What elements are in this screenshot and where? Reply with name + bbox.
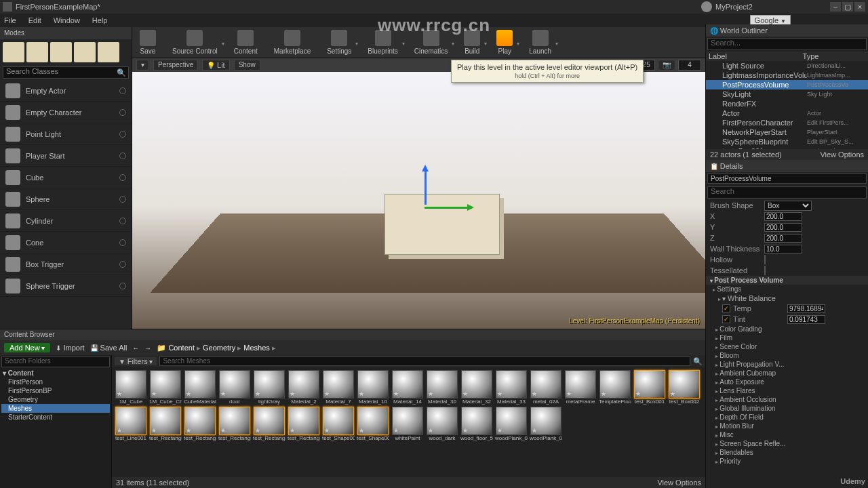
foliage-mode-icon[interactable]	[74, 42, 96, 62]
show-button[interactable]: Show	[234, 60, 260, 70]
y-field[interactable]	[764, 223, 802, 232]
outliner-row[interactable]: RenderFX	[706, 99, 868, 108]
tree-search[interactable]: Search Folders	[1, 357, 110, 367]
nav-fwd[interactable]: →	[144, 344, 151, 352]
modes-search[interactable]: Search Classes🔍	[3, 66, 129, 79]
menu-window[interactable]: Window	[54, 16, 80, 24]
detail-cat[interactable]: Lens Flares	[706, 386, 868, 395]
hollow-checkbox[interactable]	[764, 255, 766, 264]
asset-thumb[interactable]: ★test_Shape002	[357, 407, 389, 441]
asset-thumb[interactable]: ★test_Line001	[115, 407, 147, 441]
toolbar-source-control[interactable]: Source Control	[168, 28, 222, 56]
asset-thumb[interactable]: ★test_Rectangle003	[184, 407, 216, 441]
asset-thumb[interactable]: ★door	[218, 370, 251, 405]
outliner-row[interactable]: NetworkPlayerStartPlayerStart	[706, 127, 868, 137]
place-mode-icon[interactable]	[3, 42, 24, 62]
place-sphere[interactable]: Sphere	[0, 188, 132, 210]
asset-thumb[interactable]: ★wood_floor_55a	[460, 407, 493, 441]
asset-thumb[interactable]: ★test_Rectangle002	[149, 407, 182, 441]
detail-cat[interactable]: Bloom	[706, 351, 868, 360]
toolbar-settings[interactable]: Settings	[323, 28, 355, 56]
tree-node[interactable]: FirstPerson	[1, 378, 110, 386]
close-button[interactable]: ×	[854, 2, 865, 12]
asset-thumb[interactable]: ★metalFrame	[564, 370, 597, 405]
toolbar-play[interactable]: Play	[492, 28, 517, 56]
ppv-section[interactable]: Post Process Volume	[706, 276, 868, 285]
cb-view-options[interactable]: View Options	[657, 479, 701, 487]
details-search[interactable]: Search	[707, 186, 867, 199]
outliner-row[interactable]: SkyLightSky Light	[706, 89, 868, 99]
toolbar-content[interactable]: Content	[230, 28, 262, 56]
white-balance-cat[interactable]: ▾ White Balance	[706, 293, 868, 303]
place-player-start[interactable]: Player Start	[0, 145, 132, 167]
outliner-search[interactable]: Search...	[707, 38, 867, 50]
detail-cat[interactable]: Blendables	[706, 448, 868, 457]
asset-thumb[interactable]: ★test_Rectangle004	[218, 407, 251, 441]
detail-cat[interactable]: Ambient Cubemap	[706, 369, 868, 378]
nav-back[interactable]: ←	[132, 344, 139, 352]
place-cone[interactable]: Cone	[0, 232, 132, 253]
tree-node[interactable]: Meshes	[1, 404, 110, 413]
tint-checkbox[interactable]	[722, 315, 730, 323]
tree-node[interactable]: FirstPersonBP	[1, 386, 110, 395]
minimize-button[interactable]: −	[830, 2, 841, 12]
asset-thumb[interactable]: ★Material_33	[495, 370, 528, 405]
camera-speed-toggle[interactable]: 📷	[658, 60, 675, 70]
add-new-button[interactable]: Add New ▾	[4, 343, 50, 352]
perspective-button[interactable]: Perspective	[153, 60, 198, 70]
detail-cat[interactable]: Screen Space Refle...	[706, 439, 868, 448]
info-icon[interactable]	[119, 261, 126, 268]
asset-thumb[interactable]: ★woodPlank_05a_NRM	[530, 407, 562, 441]
asset-thumb[interactable]: ★lightGray	[253, 370, 285, 405]
wall-field[interactable]	[764, 245, 802, 253]
toolbar-marketplace[interactable]: Marketplace	[270, 28, 315, 56]
menu-edit[interactable]: Edit	[28, 16, 41, 24]
asset-thumb[interactable]: ★CubeMaterial	[184, 370, 216, 405]
x-field[interactable]	[764, 212, 802, 221]
place-point-light[interactable]: Point Light	[0, 123, 132, 145]
detail-cat[interactable]: Scene Color	[706, 342, 868, 351]
detail-cat[interactable]: Film	[706, 333, 868, 342]
outliner-row[interactable]: LightmassImportanceVolumeLightmassImp...	[706, 70, 868, 80]
info-icon[interactable]	[119, 109, 126, 116]
tint-field[interactable]	[787, 315, 825, 324]
info-icon[interactable]	[119, 239, 126, 246]
geometry-mode-icon[interactable]	[98, 42, 119, 62]
menu-help[interactable]: Help	[92, 16, 108, 24]
place-cylinder[interactable]: Cylinder	[0, 210, 132, 232]
tree-node[interactable]: ▾ Content	[1, 369, 110, 378]
tree-node[interactable]: StarterContent	[1, 413, 110, 422]
filters-button[interactable]: ▼ Filters ▾	[115, 357, 157, 365]
camera-speed[interactable]: 4	[678, 60, 701, 70]
landscape-mode-icon[interactable]	[50, 42, 72, 62]
asset-thumb[interactable]: ★test_Box002	[668, 370, 701, 405]
asset-thumb[interactable]: ★test_Shape001	[322, 407, 355, 441]
detail-cat[interactable]: Light Propagation V...	[706, 360, 868, 369]
gizmo-y-axis[interactable]	[425, 207, 472, 209]
asset-search[interactable]: Search Meshes	[159, 357, 690, 366]
detail-cat[interactable]: Priority	[706, 457, 868, 466]
place-box-trigger[interactable]: Box Trigger	[0, 253, 132, 275]
outliner-row[interactable]: FirstPersonCharacterEdit FirstPers...	[706, 118, 868, 127]
toolbar-save[interactable]: Save	[136, 28, 160, 56]
brush-shape-select[interactable]: Box	[764, 201, 812, 211]
asset-thumb[interactable]: ★whitePaint	[391, 407, 424, 441]
asset-thumb[interactable]: ★Material_10	[357, 370, 389, 405]
actor-name-field[interactable]: PostProcessVolume	[707, 174, 867, 184]
asset-thumb[interactable]: ★Material_14	[391, 370, 424, 405]
place-sphere-trigger[interactable]: Sphere Trigger	[0, 275, 132, 297]
info-icon[interactable]	[119, 218, 126, 224]
asset-thumb[interactable]: ★Material_32	[460, 370, 493, 405]
detail-cat[interactable]: Misc	[706, 430, 868, 439]
import-button[interactable]: ⬇ Import	[56, 344, 84, 352]
info-icon[interactable]	[119, 131, 126, 138]
paint-mode-icon[interactable]	[26, 42, 48, 62]
detail-cat[interactable]: Ambient Occlusion	[706, 395, 868, 404]
asset-thumb[interactable]: ★test_Rectangle005	[253, 407, 285, 441]
asset-thumb[interactable]: ★TemplateFloor	[599, 370, 631, 405]
info-icon[interactable]	[119, 196, 126, 203]
save-all-button[interactable]: 💾 Save All	[90, 344, 127, 352]
asset-thumb[interactable]: ★1M_Cube_Chamfer	[149, 370, 182, 405]
tree-node[interactable]: Geometry	[1, 395, 110, 404]
outliner-row[interactable]: ActorActor	[706, 108, 868, 118]
